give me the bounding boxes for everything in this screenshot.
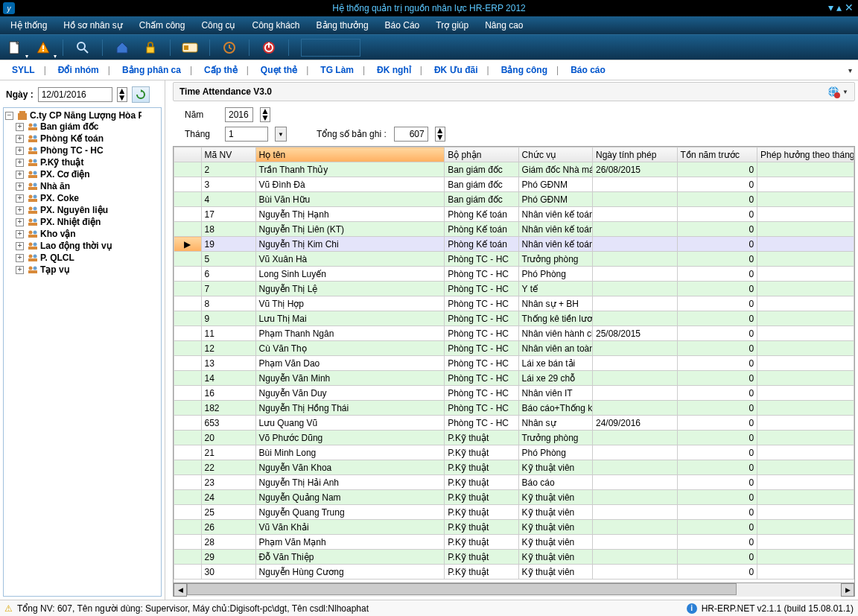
expand-icon[interactable]: + — [16, 171, 24, 179]
tree-node[interactable]: +PX. Coke — [16, 193, 161, 203]
table-row[interactable]: 12Cù Văn ThọPhòng TC - HCNhân viên an to… — [174, 341, 854, 356]
table-row[interactable]: 28Phạm Văn MạnhP.Kỹ thuậtKỹ thuật viên0 — [174, 535, 854, 550]
tree-node[interactable]: +Kho vận — [16, 229, 161, 239]
column-header[interactable]: Ngày tính phép — [592, 147, 677, 162]
table-row[interactable]: 21Bùi Minh LongP.Kỹ thuậtPhó Phòng0 — [174, 445, 854, 460]
power-icon[interactable] — [258, 37, 279, 58]
tree-node[interactable]: +Lao động thời vụ — [16, 241, 161, 251]
table-row[interactable]: 25Nguyễn Quang TrungP.Kỹ thuậtKỹ thuật v… — [174, 505, 854, 520]
tab-item[interactable]: Bảng công| — [495, 62, 565, 78]
menu-item[interactable]: Hệ thống — [3, 18, 54, 33]
expand-icon[interactable]: + — [16, 254, 24, 262]
tree-root[interactable]: − C.ty CP Năng Lượng Hòa Phát — [5, 110, 161, 121]
expand-icon[interactable]: + — [16, 194, 24, 203]
tree-node[interactable]: +P.Kỹ thuật — [16, 157, 161, 168]
column-header[interactable] — [174, 147, 202, 162]
table-row[interactable]: 20Võ Phước DũngP.Kỹ thuậtTrưởng phòng0 — [174, 431, 854, 445]
table-row[interactable]: 9Lưu Thị MaiPhòng TC - HCThống kê tiền l… — [174, 311, 854, 326]
column-header[interactable]: Mã NV — [201, 147, 255, 162]
table-row[interactable]: 8Vũ Thị HợpPhòng TC - HCNhân sự + BH0 — [174, 296, 854, 311]
table-row[interactable]: 4Bùi Văn HữuBan giám đốcPhó GĐNM0 — [174, 192, 854, 207]
total-records-input[interactable] — [394, 127, 428, 142]
tab-item[interactable]: Bảng phân ca| — [116, 62, 198, 78]
tab-item[interactable]: Đổi nhóm| — [52, 62, 116, 78]
history-icon[interactable] — [219, 37, 240, 58]
tree-node[interactable]: +Phòng TC - HC — [16, 145, 161, 156]
scroll-left-button[interactable]: ◀ — [174, 583, 187, 597]
tree-node[interactable]: +PX. Cơ điện — [16, 169, 161, 180]
table-row[interactable]: 14Nguyễn Văn MinhPhòng TC - HCLái xe 29 … — [174, 371, 854, 386]
year-input[interactable] — [225, 107, 253, 122]
column-header[interactable]: Phép hưởng theo tháng — [757, 147, 854, 162]
tabs-overflow-icon[interactable]: ▾ — [848, 66, 852, 74]
date-spinner[interactable]: ▲▼ — [117, 87, 127, 102]
horizontal-scrollbar[interactable]: ◀ ▶ — [173, 583, 855, 597]
expand-icon[interactable]: + — [16, 266, 24, 274]
maximize-button[interactable]: ▴ — [836, 2, 842, 13]
tab-item[interactable]: ĐK Ưu đãi| — [428, 62, 495, 78]
column-header[interactable]: Bộ phận — [445, 147, 518, 162]
card-icon[interactable] — [179, 37, 200, 58]
expand-icon[interactable]: + — [16, 123, 24, 131]
data-grid[interactable]: Mã NVHọ tênBộ phậnChức vụNgày tính phépT… — [173, 146, 855, 583]
table-row[interactable]: 5Vũ Xuân HàPhòng TC - HCTrưởng phòng0 — [174, 252, 854, 267]
expand-icon[interactable]: + — [16, 182, 24, 191]
table-row[interactable]: 2Trần Thanh ThủyBan giám đốcGiám đốc Nhà… — [174, 162, 854, 177]
menu-item[interactable]: Hồ sơ nhân sự — [56, 18, 130, 33]
menu-item[interactable]: Công khách — [244, 18, 307, 33]
menu-item[interactable]: Bảng thưởng — [309, 18, 376, 33]
search-icon[interactable] — [72, 37, 93, 58]
table-row[interactable]: 18Nguyễn Thị Liên (KT)Phòng Kế toánNhân … — [174, 222, 854, 237]
expand-icon[interactable]: + — [16, 206, 24, 215]
expand-icon[interactable]: + — [16, 218, 24, 226]
tree-node[interactable]: +P. QLCL — [16, 253, 161, 263]
warning-icon[interactable]: ▾ — [33, 37, 54, 58]
tab-item[interactable]: Cấp thẻ| — [198, 62, 255, 78]
refresh-button[interactable] — [132, 86, 150, 103]
tree-node[interactable]: +Nhà ăn — [16, 181, 161, 191]
expand-icon[interactable]: + — [16, 242, 24, 250]
scroll-thumb[interactable] — [187, 583, 737, 595]
column-header[interactable]: Tồn năm trước — [677, 147, 757, 162]
menu-item[interactable]: Báo Cáo — [378, 18, 428, 33]
expand-icon[interactable]: + — [16, 230, 24, 238]
table-row[interactable]: 3Vũ Đình ĐàBan giám đốcPhó GĐNM0 — [174, 177, 854, 192]
org-tree[interactable]: − C.ty CP Năng Lượng Hòa Phát +Ban giám … — [3, 107, 162, 597]
table-row[interactable]: ▶19Nguyễn Thị Kim ChiPhòng Kế toánNhân v… — [174, 237, 854, 252]
expand-icon[interactable]: + — [16, 159, 24, 167]
table-row[interactable]: 11Phạm Thanh NgânPhòng TC - HCNhân viên … — [174, 326, 854, 341]
panel-menu-dropdown-icon[interactable]: ▼ — [842, 89, 848, 95]
month-input[interactable] — [225, 127, 268, 142]
table-row[interactable]: 23Nguyễn Thị Hải AnhP.Kỹ thuậtBáo cáo0 — [174, 475, 854, 490]
tab-item[interactable]: Báo cáo — [565, 62, 611, 78]
table-row[interactable]: 17Nguyễn Thị HạnhPhòng Kế toánNhân viên … — [174, 207, 854, 222]
scroll-right-button[interactable]: ▶ — [841, 583, 854, 597]
expand-icon[interactable]: + — [16, 147, 24, 155]
table-row[interactable]: 13Phạm Văn DaoPhòng TC - HCLái xe bán tả… — [174, 356, 854, 371]
column-header[interactable]: Chức vụ — [518, 147, 592, 162]
tree-node[interactable]: +PX. Nhiệt điện — [16, 217, 161, 227]
lock-icon[interactable] — [140, 37, 161, 58]
year-spinner[interactable]: ▲▼ — [260, 107, 270, 122]
tree-node[interactable]: +PX. Nguyên liệu — [16, 205, 161, 215]
table-row[interactable]: 30Nguyễn Hùng CươngP.Kỹ thuậtKỹ thuật vi… — [174, 565, 854, 580]
total-spinner[interactable]: ▲▼ — [435, 127, 445, 142]
close-button[interactable]: ✕ — [845, 2, 854, 13]
menu-item[interactable]: Trợ giúp — [428, 18, 476, 33]
table-row[interactable]: 29Đỗ Văn ThiệpP.Kỹ thuậtKỹ thuật viên0 — [174, 550, 854, 565]
table-row[interactable]: 24Nguyễn Quảng NamP.Kỹ thuậtKỹ thuật viê… — [174, 490, 854, 505]
tab-item[interactable]: TG Làm| — [314, 62, 371, 78]
table-row[interactable]: 16Nguyễn Văn DuyPhòng TC - HCNhân viên I… — [174, 386, 854, 401]
collapse-icon[interactable]: − — [5, 112, 13, 120]
menu-item[interactable]: Công cụ — [194, 18, 243, 33]
table-row[interactable]: 6Long Sinh LuyếnPhòng TC - HCPhó Phòng0 — [174, 267, 854, 282]
table-row[interactable]: 22Nguyễn Văn KhoaP.Kỹ thuậtKỹ thuật viên… — [174, 460, 854, 475]
column-header[interactable]: Họ tên — [255, 147, 445, 162]
globe-icon[interactable] — [826, 84, 841, 99]
table-row[interactable]: 7Nguyễn Thị LệPhòng TC - HCY tế0 — [174, 282, 854, 296]
tab-item[interactable]: ĐK nghỉ| — [371, 62, 428, 78]
table-row[interactable]: 26Vũ Văn KhảiP.Kỹ thuậtKỹ thuật viên0 — [174, 520, 854, 535]
tree-node[interactable]: +Phòng Kế toán — [16, 133, 161, 144]
table-row[interactable]: 182Nguyễn Thị Hồng TháiPhòng TC - HCBáo … — [174, 401, 854, 416]
expand-icon[interactable]: + — [16, 135, 24, 143]
